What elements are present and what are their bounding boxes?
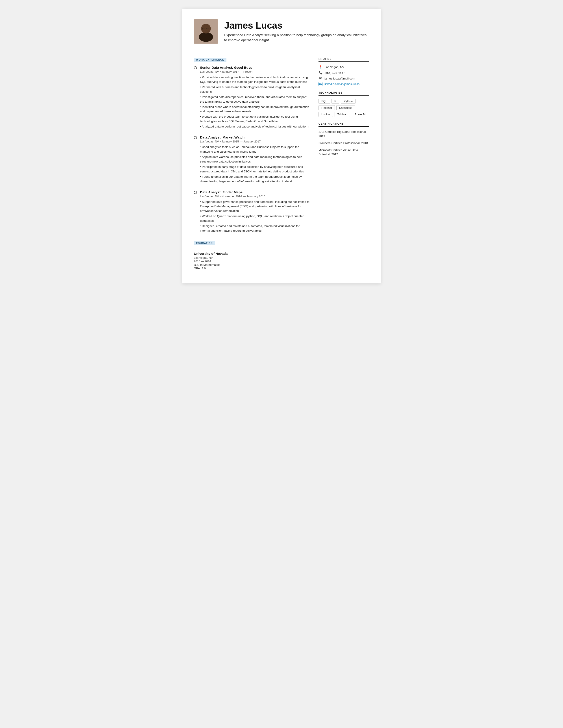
work-circle [194, 136, 197, 184]
resume-container: James Lucas Experienced Data Analyst see… [182, 9, 381, 283]
cert-item: SAS Certified Big Data Professional, 201… [319, 130, 369, 138]
body-section: WORK EXPERIENCE Senior Data Analyst, Goo… [194, 57, 369, 270]
profile-section: PROFILE 📍 Las Vegas, NV 📞 (555) 123-4567… [319, 57, 369, 86]
work-title: Data Analyst, Finder Maps [200, 190, 310, 194]
tech-tag-tableau: Tableau [335, 112, 350, 117]
bullet: • Used analytics tools such as Tableau a… [200, 145, 310, 154]
bullet: • Found anomalies in our data to inform … [200, 175, 310, 184]
work-bullets: • Provided data reporting functions to t… [200, 75, 310, 129]
bullet: • Provided data reporting functions to t… [200, 75, 310, 84]
profile-items: 📍 Las Vegas, NV 📞 (555) 123-4567 ✉ james… [319, 65, 369, 86]
circle-dot [194, 191, 197, 194]
header-section: James Lucas Experienced Data Analyst see… [194, 19, 369, 44]
linkedin-text: linkedin.com/in/james-lucas [324, 82, 359, 86]
cert-item: Cloudera Certified Professional, 2018 [319, 141, 369, 145]
candidate-subtitle: Experienced Data Analyst seeking a posit… [224, 32, 369, 43]
tech-tag-looker: Looker [319, 112, 333, 117]
edu-gpa: GPA: 3.6 [194, 267, 310, 270]
tech-tag-powerbi: PowerBI [352, 112, 368, 117]
work-experience-label: WORK EXPERIENCE [194, 58, 226, 62]
bullet: • Analyzed data to perform root cause an… [200, 124, 310, 129]
bullet: • Applied data warehouse principles and … [200, 155, 310, 164]
bullet: • Identified areas where operational eff… [200, 105, 310, 114]
bullet: • Worked with the product team to set up… [200, 115, 310, 124]
tech-tag-r: R [332, 99, 339, 104]
avatar [194, 19, 218, 44]
cert-item: Microsoft Certified Azure Data Scientist… [319, 148, 369, 157]
technologies-label: TECHNOLOGIES [319, 91, 369, 96]
email-icon: ✉ [319, 76, 322, 80]
candidate-name: James Lucas [224, 20, 369, 31]
work-circle [194, 66, 197, 130]
education-section: EDUCATION University of Nevada Las Vegas… [194, 241, 310, 270]
work-circle [194, 191, 197, 234]
bullet: • Participated in early stage of data co… [200, 165, 310, 174]
work-bullets: • Used analytics tools such as Tableau a… [200, 145, 310, 184]
bullet: • Designed, created and maintained autom… [200, 224, 310, 233]
profile-phone: 📞 (555) 123-4567 [319, 71, 369, 75]
work-item: Data Analyst, Finder Maps Las Vegas, NV … [194, 190, 310, 234]
work-meta: Las Vegas, NV • January 2017 — Present [200, 70, 310, 73]
location-icon: 📍 [319, 65, 322, 69]
work-content: Data Analyst, Market Watch Las Vegas, NV… [200, 135, 310, 184]
phone-icon: 📞 [319, 71, 322, 75]
work-item: Data Analyst, Market Watch Las Vegas, NV… [194, 135, 310, 184]
work-item: Senior Data Analyst, Good Buys Las Vegas… [194, 66, 310, 130]
edu-location: Las Vegas, NV [194, 256, 310, 259]
profile-location: 📍 Las Vegas, NV [319, 65, 369, 69]
bullet: • Worked on Quartz platform using python… [200, 214, 310, 223]
circle-dot [194, 136, 197, 139]
location-text: Las Vegas, NV [324, 65, 344, 69]
work-meta: Las Vegas, NV • November 2014 — Jaunuary… [200, 195, 310, 198]
profile-label: PROFILE [319, 57, 369, 62]
header-text: James Lucas Experienced Data Analyst see… [224, 20, 369, 43]
work-content: Senior Data Analyst, Good Buys Las Vegas… [200, 66, 310, 130]
edu-degree: B.S. in Mathematics [194, 263, 310, 266]
certifications-label: CERTIFICATIONS [319, 122, 369, 127]
bullet: • Supported data governance processes an… [200, 200, 310, 214]
linkedin-icon: in [319, 82, 322, 86]
technologies-section: TECHNOLOGIES SQL R Python Redshift Snowf… [319, 91, 369, 117]
svg-point-1 [199, 32, 213, 42]
work-bullets: • Supported data governance processes an… [200, 200, 310, 233]
tech-tags: SQL R Python Redshift Snowflake Looker T… [319, 99, 369, 117]
profile-email: ✉ james.lucas@mail.com [319, 76, 369, 80]
work-title: Data Analyst, Market Watch [200, 135, 310, 139]
certifications-section: CERTIFICATIONS SAS Certified Big Data Pr… [319, 122, 369, 157]
circle-dot [194, 66, 197, 69]
work-meta: Las Vegas, NV • January 2015 — January 2… [200, 140, 310, 143]
tech-tag-sql: SQL [319, 99, 330, 104]
work-title: Senior Data Analyst, Good Buys [200, 66, 310, 70]
tech-tag-python: Python [341, 99, 355, 104]
right-column: PROFILE 📍 Las Vegas, NV 📞 (555) 123-4567… [319, 57, 369, 270]
work-content: Data Analyst, Finder Maps Las Vegas, NV … [200, 190, 310, 234]
work-experience-section: WORK EXPERIENCE Senior Data Analyst, Goo… [194, 57, 310, 234]
edu-school: University of Nevada [194, 252, 310, 256]
profile-linkedin[interactable]: in linkedin.com/in/james-lucas [319, 82, 369, 86]
education-label: EDUCATION [194, 241, 215, 245]
bullet: • Partnered with business and technology… [200, 85, 310, 94]
left-column: WORK EXPERIENCE Senior Data Analyst, Goo… [194, 57, 310, 270]
edu-years: 2010 — 2014 [194, 260, 310, 263]
tech-tag-redshift: Redshift [319, 105, 335, 110]
tech-tag-snowflake: Snowflake [336, 105, 355, 110]
bullet: • Investigated data discrepancies, resol… [200, 95, 310, 104]
email-text: james.lucas@mail.com [324, 77, 355, 80]
phone-text: (555) 123-4567 [324, 71, 345, 74]
header-divider [194, 51, 369, 51]
